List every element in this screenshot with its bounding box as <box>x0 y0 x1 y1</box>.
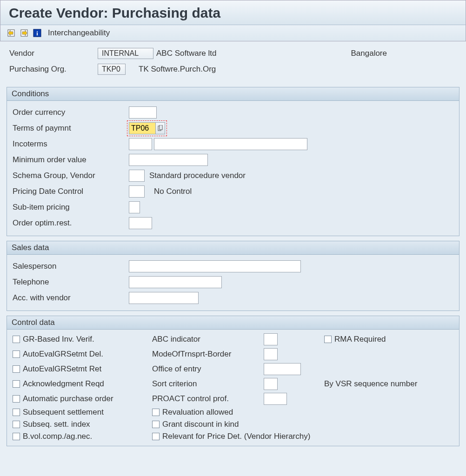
ack-reqd-label: Acknowledgment Reqd <box>23 379 104 389</box>
vendor-label: Vendor <box>9 49 98 58</box>
page-back-icon <box>7 29 15 37</box>
bval-label: B.vol.comp./ag.nec. <box>23 432 92 441</box>
order-optim-input[interactable] <box>129 217 152 229</box>
pricing-date-input[interactable] <box>129 185 145 198</box>
purchasing-org-label: Purchasing Org. <box>9 65 98 74</box>
subseq-settle-label: Subsequent settlement <box>23 408 104 417</box>
sales-group: Sales data Salesperson Telephone Acc. wi… <box>7 241 459 311</box>
salesperson-input[interactable] <box>129 260 301 272</box>
office-entry-input[interactable] <box>264 363 301 375</box>
reval-allowed-checkbox[interactable] <box>152 409 160 416</box>
page-forward-icon <box>20 29 28 37</box>
subitem-input[interactable] <box>129 201 140 213</box>
toolbar: i Interchangeability <box>0 25 466 41</box>
acc-vendor-input[interactable] <box>129 292 199 304</box>
header-block: Vendor INTERNAL ABC Software ltd Bangalo… <box>0 41 466 82</box>
sort-criterion-desc: By VSR sequence number <box>324 379 417 389</box>
mode-transport-input[interactable] <box>264 348 278 360</box>
conditions-title: Conditions <box>7 87 459 101</box>
search-help-icon <box>158 125 163 132</box>
auto-eval-del-label: AutoEvalGRSetmt Del. <box>23 350 103 359</box>
relevant-price-label: Relevant for Price Det. (Vendor Hierarch… <box>162 432 310 441</box>
proact-input[interactable] <box>264 393 287 405</box>
acc-vendor-label: Acc. with vendor <box>13 293 129 303</box>
reval-allowed-label: Revaluation allowed <box>162 408 233 417</box>
prev-screen-button[interactable] <box>6 28 16 38</box>
vendor-code-field: INTERNAL <box>98 48 153 59</box>
info-icon: i <box>33 29 41 37</box>
grant-discount-label: Grant discount in kind <box>162 420 239 429</box>
purchasing-org-name: TK Softwre.Purch.Org <box>139 65 216 74</box>
svg-text:i: i <box>36 30 38 37</box>
schema-group-input[interactable] <box>129 170 145 182</box>
sales-title: Sales data <box>7 241 459 255</box>
control-title: Control data <box>7 316 459 330</box>
pricing-date-desc: No Control <box>154 187 192 196</box>
office-entry-label: Office of entry <box>152 364 264 374</box>
vendor-name: ABC Software ltd <box>156 49 216 58</box>
ack-reqd-checkbox[interactable] <box>13 380 20 388</box>
telephone-input[interactable] <box>129 276 222 288</box>
incoterms-code-input[interactable] <box>129 138 152 150</box>
sort-criterion-input[interactable] <box>264 378 278 390</box>
abc-indicator-input[interactable] <box>264 333 278 345</box>
incoterms-label: Incoterms <box>13 139 129 149</box>
schema-group-label: Schema Group, Vendor <box>13 171 129 180</box>
incoterms-text-input[interactable] <box>154 138 307 150</box>
order-optim-label: Order optim.rest. <box>13 218 129 228</box>
info-button[interactable]: i <box>32 28 42 38</box>
interchangeability-button[interactable]: Interchangeability <box>48 28 110 38</box>
subseq-index-checkbox[interactable] <box>13 421 20 428</box>
control-group: Control data GR-Based Inv. Verif. ABC in… <box>7 316 459 446</box>
gr-based-checkbox[interactable] <box>13 336 20 343</box>
gr-based-label: GR-Based Inv. Verif. <box>23 335 94 344</box>
relevant-price-checkbox[interactable] <box>152 433 160 440</box>
subitem-label: Sub-item pricing <box>13 203 129 212</box>
sort-criterion-label: Sort criterion <box>152 379 264 389</box>
salesperson-label: Salesperson <box>13 262 129 271</box>
subseq-settle-checkbox[interactable] <box>13 409 20 416</box>
abc-indicator-label: ABC indicator <box>152 335 264 344</box>
min-order-label: Minimum order value <box>13 155 129 165</box>
telephone-label: Telephone <box>13 278 129 287</box>
svg-rect-5 <box>160 125 162 130</box>
mode-transport-label: ModeOfTrnsprt-Border <box>152 350 264 359</box>
subseq-index-label: Subseq. sett. index <box>23 420 90 429</box>
vendor-city: Bangalore <box>351 49 387 58</box>
min-order-input[interactable] <box>129 154 208 166</box>
conditions-group: Conditions Order currency Terms of paymn… <box>7 87 459 236</box>
terms-payment-input[interactable] <box>129 122 156 134</box>
auto-po-checkbox[interactable] <box>13 395 20 403</box>
grant-discount-checkbox[interactable] <box>152 421 160 428</box>
proact-label: PROACT control prof. <box>152 394 264 403</box>
auto-eval-ret-checkbox[interactable] <box>13 365 20 373</box>
title-bar: Create Vendor: Purchasing data <box>0 0 466 25</box>
page-title: Create Vendor: Purchasing data <box>9 5 457 21</box>
order-currency-label: Order currency <box>13 108 129 117</box>
purchasing-org-field: TKP0 <box>98 64 126 75</box>
pricing-date-label: Pricing Date Control <box>13 187 129 196</box>
auto-eval-ret-label: AutoEvalGRSetmt Ret <box>23 364 101 374</box>
auto-po-label: Automatic purchase order <box>23 394 113 403</box>
auto-eval-del-checkbox[interactable] <box>13 350 20 358</box>
terms-payment-label: Terms of paymnt <box>13 124 129 133</box>
order-currency-input[interactable] <box>129 106 157 119</box>
rma-required-checkbox[interactable] <box>324 336 332 343</box>
next-screen-button[interactable] <box>19 28 29 38</box>
bval-checkbox[interactable] <box>13 433 20 440</box>
terms-payment-search-help[interactable] <box>156 122 165 134</box>
schema-group-desc: Standard procedure vendor <box>149 171 246 180</box>
rma-required-label: RMA Required <box>334 335 386 344</box>
